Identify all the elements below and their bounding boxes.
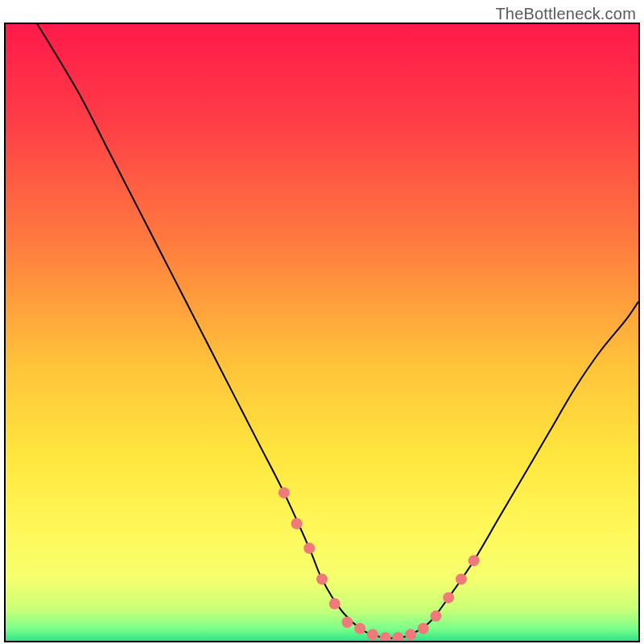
plot-area: [4, 23, 640, 642]
chart-frame: [4, 23, 640, 642]
marker-point: [354, 623, 365, 634]
marker-point: [405, 629, 416, 640]
marker-point: [380, 632, 391, 641]
marker-point: [329, 598, 341, 609]
marker-point: [418, 623, 429, 634]
attribution-label: TheBottleneck.com: [495, 5, 636, 23]
marker-point: [279, 487, 290, 498]
marker-point: [443, 592, 454, 603]
marker-point: [469, 555, 480, 566]
marker-point: [456, 573, 467, 584]
marker-point: [291, 518, 303, 529]
bottleneck-curve: [37, 24, 638, 638]
marker-point: [392, 632, 403, 641]
highlighted-points: [279, 487, 480, 641]
marker-point: [341, 617, 353, 628]
curve-layer: [6, 24, 638, 641]
marker-point: [430, 610, 441, 621]
marker-point: [367, 629, 378, 640]
marker-point: [316, 573, 328, 584]
marker-point: [303, 543, 315, 554]
